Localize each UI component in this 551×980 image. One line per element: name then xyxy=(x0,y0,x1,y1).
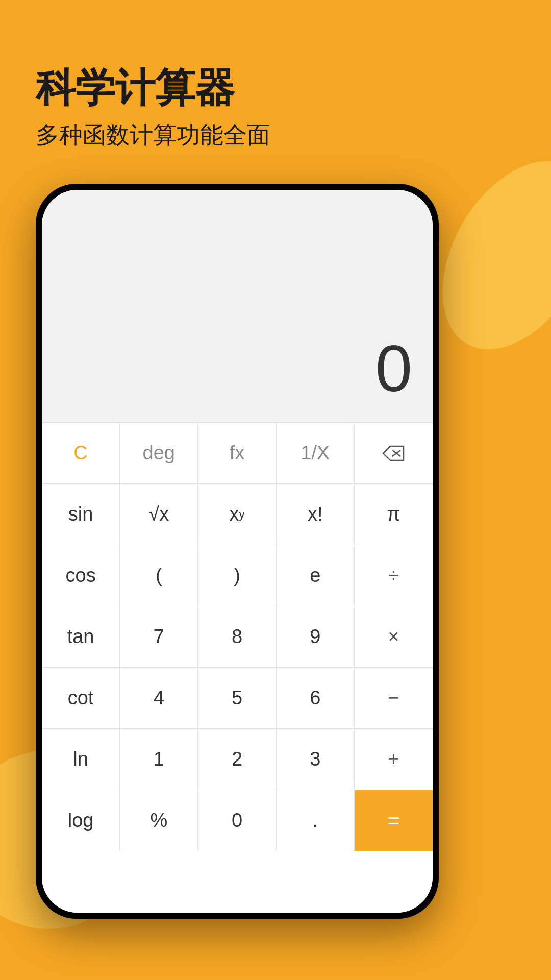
percent-button[interactable]: % xyxy=(120,790,198,851)
phone-container: 0 C deg fx 1/X sin √x xy xyxy=(36,184,439,939)
one-button[interactable]: 1 xyxy=(120,729,198,790)
keypad: C deg fx 1/X sin √x xy x! π c xyxy=(42,422,433,913)
backspace-icon xyxy=(382,445,405,461)
pi-button[interactable]: π xyxy=(355,484,433,545)
divide-button[interactable]: ÷ xyxy=(355,545,433,606)
display-value: 0 xyxy=(375,330,412,407)
euler-button[interactable]: e xyxy=(277,545,355,606)
two-button[interactable]: 2 xyxy=(198,729,276,790)
multiply-button[interactable]: × xyxy=(355,606,433,668)
page-title: 科学计算器 xyxy=(36,66,270,110)
backspace-button[interactable] xyxy=(355,423,433,484)
ln-button[interactable]: ln xyxy=(42,729,120,790)
fx-button[interactable]: fx xyxy=(198,423,276,484)
cos-button[interactable]: cos xyxy=(42,545,120,606)
cot-button[interactable]: cot xyxy=(42,668,120,729)
display-area: 0 xyxy=(42,190,433,422)
decimal-button[interactable]: . xyxy=(277,790,355,851)
equals-button[interactable]: = xyxy=(355,790,433,851)
factorial-button[interactable]: x! xyxy=(277,484,355,545)
phone-screen: 0 C deg fx 1/X sin √x xy xyxy=(42,190,433,913)
phone-frame: 0 C deg fx 1/X sin √x xy xyxy=(36,184,439,919)
minus-button[interactable]: − xyxy=(355,668,433,729)
power-button[interactable]: xy xyxy=(198,484,276,545)
four-button[interactable]: 4 xyxy=(120,668,198,729)
tan-button[interactable]: tan xyxy=(42,606,120,668)
five-button[interactable]: 5 xyxy=(198,668,276,729)
sqrt-button[interactable]: √x xyxy=(120,484,198,545)
plus-button[interactable]: + xyxy=(355,729,433,790)
clear-button[interactable]: C xyxy=(42,423,120,484)
eight-button[interactable]: 8 xyxy=(198,606,276,668)
deg-button[interactable]: deg xyxy=(120,423,198,484)
page-subtitle: 多种函数计算功能全面 xyxy=(36,119,270,151)
log-button[interactable]: log xyxy=(42,790,120,851)
seven-button[interactable]: 7 xyxy=(120,606,198,668)
sin-button[interactable]: sin xyxy=(42,484,120,545)
three-button[interactable]: 3 xyxy=(277,729,355,790)
left-paren-button[interactable]: ( xyxy=(120,545,198,606)
nine-button[interactable]: 9 xyxy=(277,606,355,668)
header: 科学计算器 多种函数计算功能全面 xyxy=(36,66,270,151)
reciprocal-button[interactable]: 1/X xyxy=(277,423,355,484)
right-paren-button[interactable]: ) xyxy=(198,545,276,606)
zero-button[interactable]: 0 xyxy=(198,790,276,851)
six-button[interactable]: 6 xyxy=(277,668,355,729)
